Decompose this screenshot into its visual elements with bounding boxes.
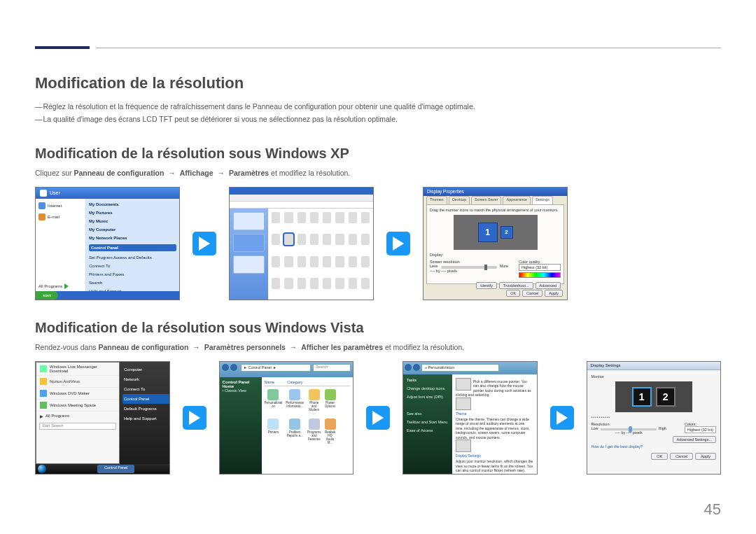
dialog-title: Display Properties — [424, 188, 567, 196]
display-desc: Adjust your monitor resolution, which ch… — [456, 459, 533, 473]
problem-icon: Problem Reports a... — [286, 430, 304, 437]
header-rule — [96, 48, 721, 48]
see-also: See also — [407, 412, 449, 416]
screenshot-xp-display-properties: Display Properties Themes Desktop Screen… — [423, 187, 568, 300]
control-panel-highlight: Control Panel — [89, 244, 176, 251]
back-icon — [222, 364, 229, 371]
dialog-title: Display Settings — [587, 362, 721, 370]
theme-icon — [456, 398, 471, 410]
power-icon: Power Options — [325, 401, 336, 408]
text: et modifiez la résolution. — [271, 169, 350, 177]
set-program: Set Program Access and Defaults — [89, 255, 176, 260]
phone-icon: Phone and Modem ... — [307, 401, 321, 415]
dvd-maker: Windows DVD Maker — [50, 391, 90, 395]
more-label: More — [500, 264, 509, 268]
high-label: High — [659, 426, 666, 430]
start-button: start — [36, 291, 58, 300]
col-category: Category — [287, 380, 302, 384]
my-music: My Music — [89, 219, 176, 223]
heading-main: Modification de la résolution — [35, 74, 721, 92]
bold-parametres-personnels: Paramètres personnels — [204, 343, 286, 351]
bold-control-panel: Panneau de configuration — [74, 169, 164, 177]
arrow-icon: → — [192, 343, 200, 351]
tasks-heading: Tasks — [407, 378, 449, 382]
arrow-right-icon — [183, 406, 206, 430]
adjust-font: Adjust font size (DPI) — [407, 395, 449, 399]
taskbar-control-panel: Control Panel — [97, 465, 134, 473]
advanced-button: Advanced — [536, 282, 561, 289]
color-dropdown: Highest (32 bit) — [519, 264, 561, 271]
classic-view: • Classic View — [223, 388, 259, 393]
cp-home: Control Panel Home — [223, 380, 250, 388]
start-orb-icon — [38, 465, 46, 473]
printers: Printers and Faxes — [89, 272, 176, 276]
drag-hint: Drag the monitor icons to match the phys… — [430, 208, 561, 212]
display-settings-link: Display Settings — [456, 454, 533, 458]
performance-icon: Performance Informatio... — [286, 401, 304, 408]
resolution-slider — [441, 266, 497, 269]
low-label: Low — [592, 426, 598, 430]
search-box: Search — [313, 364, 351, 372]
start-search: Start Search — [39, 423, 116, 430]
internet-item: Internet — [48, 204, 62, 208]
intro-list: Réglez la résolution et la fréquence de … — [35, 101, 721, 126]
apply-button: Apply — [545, 290, 563, 297]
heading-xp: Modification de la résolution sous Windo… — [35, 146, 721, 162]
advanced-button: Advanced Settings... — [673, 436, 716, 443]
arrow-icon: → — [168, 169, 176, 177]
computer: Computer — [122, 365, 170, 374]
header-accent-bar — [35, 46, 90, 49]
identify-button: Identify — [476, 282, 497, 289]
live-messenger: Windows Live Messenger Download — [50, 365, 115, 373]
vista-screenshot-row: Windows Live Messenger Download Norton A… — [35, 361, 721, 475]
cancel-button: Cancel — [522, 290, 542, 297]
tab-settings: Settings — [532, 196, 553, 204]
help-support: Help and Support — [122, 414, 170, 423]
my-computer: My Computer — [89, 227, 176, 232]
display-cp-icon — [284, 234, 293, 245]
ease-link: Ease of Access — [407, 428, 449, 433]
norton: Norton AntiVirus — [50, 379, 80, 384]
my-pictures: My Pictures — [89, 211, 176, 215]
screenshot-vista-control-panel: ▸Control Panel▸ Search Control Panel Hom… — [219, 361, 354, 475]
arrow-icon: → — [290, 343, 298, 351]
screenshot-vista-start-menu: Windows Live Messenger Download Norton A… — [35, 361, 170, 475]
text: et modifiez la résolution. — [385, 343, 464, 351]
ok-button: OK — [651, 453, 668, 460]
arrow-right-icon — [366, 406, 390, 430]
apply-button: Apply — [695, 453, 716, 460]
monitor-preview: 1 2 — [454, 215, 538, 250]
colors-dropdown: Highest (32 bit) — [685, 426, 716, 433]
username: User — [50, 190, 60, 195]
theme-desc: Change the theme. Themes can change a wi… — [456, 417, 533, 440]
connect-to: Connect To — [89, 264, 176, 268]
all-programs: All Programs — [36, 412, 119, 421]
arrow-right-icon — [192, 232, 216, 255]
fwd-icon — [230, 364, 237, 371]
taskbar-link: Taskbar and Start Menu — [407, 420, 449, 424]
all-programs: All Programs — [38, 284, 62, 288]
help-link: How do I get the best display? — [592, 444, 717, 449]
meeting-space: Windows Meeting Space — [50, 403, 96, 407]
monitor-2: 2 — [656, 387, 676, 407]
tab-themes: Themes — [426, 196, 447, 204]
resolution-slider — [601, 428, 657, 430]
email-item: E-mail — [48, 215, 59, 219]
screenshot-xp-start-menu: User Internet E-mail My Documents My Pic… — [35, 187, 180, 300]
change-icons: Change desktop icons — [407, 386, 449, 391]
vista-instructions: Rendez-vous dans Panneau de configuratio… — [35, 343, 721, 351]
troubleshoot-button: Troubleshoot... — [499, 282, 533, 289]
arrow-icon: → — [218, 169, 225, 177]
search-item: Search — [89, 281, 176, 285]
triangle-icon — [64, 283, 69, 289]
theme-link: Theme — [456, 412, 533, 416]
page-number: 45 — [704, 500, 721, 519]
personalization-icon: Personalizati on — [265, 401, 283, 408]
breadcrumb: « Personalization — [421, 364, 499, 372]
display-label: Display: — [430, 253, 561, 257]
screenshot-vista-personalization: « Personalization Tasks Change desktop i… — [402, 361, 538, 475]
color-bar — [519, 272, 561, 278]
printers-icon: Printers — [268, 430, 279, 434]
bold-affichage: Affichage — [180, 169, 214, 177]
display-icon — [456, 440, 471, 452]
